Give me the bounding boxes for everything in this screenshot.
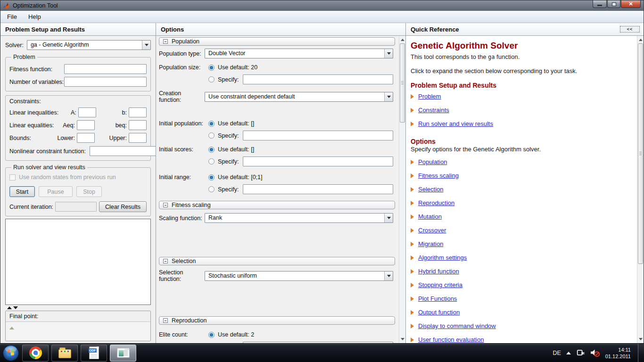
qr-link[interactable]: Migration [418, 240, 443, 247]
initial-range-default-radio[interactable] [208, 174, 215, 181]
initial-scores-specify-input[interactable] [243, 156, 393, 166]
clock[interactable]: 14:11 01.12.2011 [605, 346, 631, 360]
random-states-checkbox[interactable] [9, 174, 16, 181]
start-button[interactable] [2, 345, 19, 362]
fitness-function-input[interactable] [64, 64, 147, 74]
population-size-specify-radio[interactable] [208, 76, 215, 82]
collapse-icon[interactable] [163, 259, 168, 263]
collapse-panel-button[interactable]: << [620, 26, 640, 33]
menu-item[interactable]: Help [24, 12, 46, 22]
options-scrollbar[interactable] [399, 36, 405, 343]
population-size-specify-input[interactable] [243, 74, 393, 84]
qr-link[interactable]: Problem [418, 93, 441, 100]
qr-link[interactable]: Output function [418, 309, 460, 316]
taskbar-document-button[interactable]: ODF [81, 345, 107, 362]
selection-section-header[interactable]: Selection [159, 257, 395, 265]
stop-button[interactable]: Stop [76, 186, 102, 197]
specify-label: Specify: [218, 76, 239, 83]
initial-population-specify-radio[interactable] [208, 132, 215, 139]
taskbar-explorer-button[interactable] [51, 345, 78, 362]
creation-function-dropdown-button[interactable] [384, 92, 393, 101]
solver-select[interactable]: ga - Genetic Algorithm [27, 40, 151, 50]
constraint-field2-input[interactable] [129, 120, 147, 130]
elite-count-default-radio[interactable] [208, 332, 215, 338]
final-point-table[interactable] [6, 322, 150, 341]
constraint-field1-input[interactable] [78, 107, 96, 117]
qr-link[interactable]: Stopping criteria [418, 281, 462, 288]
constraint-field1-input[interactable] [77, 120, 95, 130]
qr-link[interactable]: Run solver and view results [418, 120, 493, 127]
language-indicator[interactable]: DE [553, 350, 561, 356]
solver-dropdown-button[interactable] [142, 41, 150, 49]
selection-function-dropdown-button[interactable] [384, 272, 393, 280]
creation-function-select[interactable]: Use constraint dependent default [205, 92, 393, 102]
qr-link[interactable]: Algorithm settings [418, 254, 467, 261]
initial-population-specify-input[interactable] [243, 131, 393, 140]
final-point-sort-header[interactable] [6, 322, 150, 331]
qr-link[interactable]: Hybrid function [418, 268, 459, 275]
elite-count-default-row: Elite count: Use default: 2 [159, 331, 395, 338]
collapse-icon[interactable] [163, 318, 168, 323]
initial-scores-specify-radio[interactable] [208, 158, 215, 165]
quick-reference-scrollbar[interactable] [637, 36, 644, 343]
options-scrollbar-thumb[interactable] [400, 43, 405, 123]
odf-document-icon: ODF [89, 346, 99, 359]
population-size-default-radio[interactable] [208, 65, 215, 71]
optimization-tool-window: Optimization Tool ✕ FileHelp Problem Set… [0, 0, 644, 343]
triangle-bullet-icon [411, 160, 414, 165]
qr-link[interactable]: User function evaluation [418, 336, 484, 343]
pause-button[interactable]: Pause [39, 186, 73, 197]
nonlinear-constraint-input[interactable] [90, 146, 156, 156]
network-icon[interactable] [576, 349, 585, 357]
qr-link[interactable]: Mutation [418, 213, 442, 220]
maximize-button[interactable] [607, 0, 620, 8]
qr-link[interactable]: Display to command window [418, 322, 496, 329]
volume-muted-icon[interactable] [590, 348, 600, 357]
population-section-header[interactable]: Population [159, 37, 395, 46]
scroll-up-button[interactable] [399, 36, 405, 43]
close-button[interactable]: ✕ [621, 0, 641, 8]
initial-scores-default-radio[interactable] [208, 147, 215, 153]
population-type-select[interactable]: Double Vector [205, 49, 393, 58]
scroll-down-button[interactable] [637, 336, 644, 343]
scaling-function-dropdown-button[interactable] [384, 214, 393, 222]
show-hidden-icons-button[interactable] [566, 352, 571, 354]
number-of-variables-input[interactable] [64, 77, 147, 87]
qr-link[interactable]: Selection [418, 186, 443, 193]
collapse-icon[interactable] [163, 39, 168, 44]
selection-function-select[interactable]: Stochastic uniform [205, 271, 393, 281]
qr-link[interactable]: Crossover [418, 227, 446, 234]
qr-link[interactable]: Population [418, 158, 447, 165]
scaling-function-select[interactable]: Rank [205, 213, 393, 223]
fitness-scaling-section-header[interactable]: Fitness scaling [159, 201, 395, 209]
menu-item[interactable]: File [2, 12, 22, 22]
clear-results-button[interactable]: Clear Results [99, 201, 147, 212]
qr-link[interactable]: Plot Functions [418, 295, 457, 302]
quick-reference-body: Genetic Algorithm Solver This tool corre… [406, 36, 644, 343]
random-states-label: Use random states from previous run [19, 174, 116, 181]
scroll-up-button[interactable] [637, 36, 644, 43]
results-splitter[interactable] [5, 305, 151, 311]
minimize-button[interactable] [593, 0, 607, 8]
show-desktop-button[interactable] [638, 344, 644, 362]
collapse-icon[interactable] [163, 203, 168, 207]
problem-setup-panel: Problem Setup and Results Solver: ga - G… [0, 23, 156, 343]
constraint-field1-input[interactable] [77, 133, 95, 143]
initial-range-specify-input[interactable] [243, 184, 393, 194]
reproduction-section-header[interactable]: Reproduction [159, 316, 395, 325]
taskbar-optimization-tool-button[interactable] [110, 345, 136, 362]
quick-reference-scrollbar-thumb[interactable] [638, 43, 643, 264]
population-type-dropdown-button[interactable] [384, 49, 393, 58]
constraint-field2-input[interactable] [129, 107, 147, 117]
initial-range-specify-radio[interactable] [208, 186, 215, 192]
scroll-down-button[interactable] [399, 336, 405, 343]
start-button[interactable]: Start [9, 186, 35, 197]
taskbar-chrome-button[interactable] [22, 345, 49, 362]
qr-intro-suffix: function. [495, 53, 520, 60]
constraint-field2-input[interactable] [129, 133, 147, 143]
qr-link[interactable]: Fitness scaling [418, 172, 459, 179]
qr-link[interactable]: Constraints [418, 107, 449, 114]
results-listbox[interactable] [5, 219, 151, 305]
initial-population-default-radio[interactable] [208, 121, 215, 127]
qr-link[interactable]: Reproduction [418, 199, 454, 206]
